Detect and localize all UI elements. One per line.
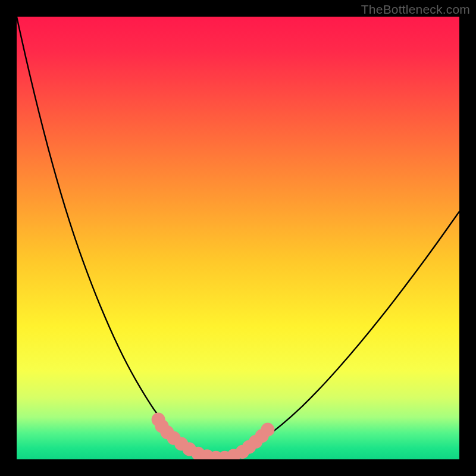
plot-svg [17, 17, 459, 459]
chart-frame: TheBottleneck.com [0, 0, 476, 476]
gradient-background [17, 17, 459, 459]
curve-marker [261, 423, 274, 437]
watermark-text: TheBottleneck.com [361, 2, 470, 17]
plot-area [17, 17, 459, 459]
